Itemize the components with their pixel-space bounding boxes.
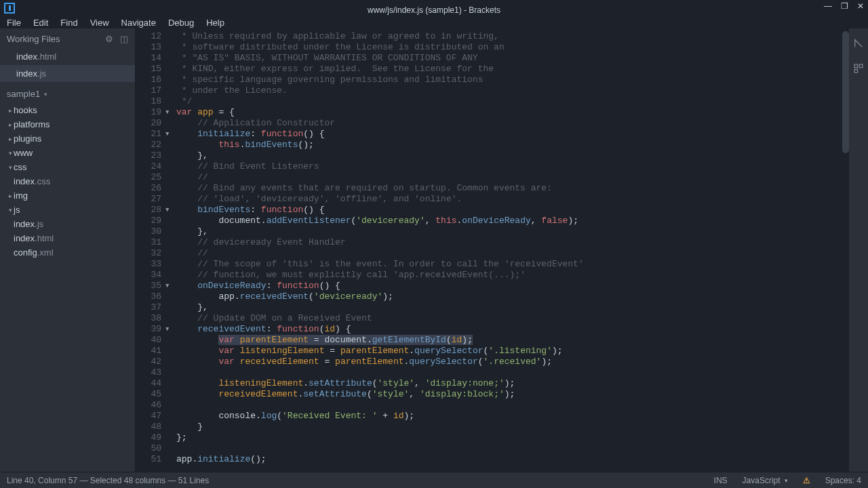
svg-rect-1 [859,64,863,68]
code-area[interactable]: * Unless required by applicable law or a… [176,28,868,472]
warning-icon[interactable]: ⚠ [803,476,810,485]
project-name: sample1 [7,89,40,99]
tree-item[interactable]: ▸platforms [0,117,135,131]
sidebar: Working Files ⚙ ◫ index.htmlindex.js sam… [0,28,136,472]
menu-edit[interactable]: Edit [28,15,54,30]
tree-item[interactable]: ▾css [0,160,135,174]
chevron-down-icon: ▾ [44,91,47,98]
working-files-list: index.htmlindex.js [0,48,135,82]
split-view-icon[interactable]: ◫ [120,34,128,44]
fold-column[interactable]: ▼▼▼▼▼ [165,28,176,472]
working-file[interactable]: index.html [0,48,135,65]
working-files-label: Working Files [7,34,60,44]
titlebar: www/js/index.js (sample1) - Brackets — ❐… [0,0,868,28]
svg-rect-0 [854,64,858,68]
window-title: www/js/index.js (sample1) - Brackets [368,5,500,15]
app-icon [4,3,15,14]
status-cursor[interactable]: Line 40, Column 57 — Selected 48 columns… [7,476,209,485]
tree-item[interactable]: index.html [0,231,135,245]
minimize-icon[interactable]: — [823,1,833,11]
svg-rect-2 [854,69,858,73]
tree-item[interactable]: ▾js [0,203,135,217]
status-language[interactable]: JavaScript ▾ [743,476,788,485]
project-header[interactable]: sample1 ▾ [0,82,135,103]
tree-item[interactable]: index.css [0,174,135,188]
chevron-down-icon: ▾ [785,477,788,484]
status-ins[interactable]: INS [714,476,728,485]
close-icon[interactable]: ✕ [856,1,865,11]
editor[interactable]: 1213141516171819202122232425262728293031… [136,28,868,472]
menu-find[interactable]: Find [55,15,83,30]
tree-item[interactable]: index.js [0,217,135,231]
status-spaces[interactable]: Spaces: 4 [825,476,861,485]
tree-item[interactable]: ▸hooks [0,103,135,117]
right-rail [849,28,868,472]
scrollbar-vertical[interactable] [842,31,849,153]
working-files-header: Working Files ⚙ ◫ [0,28,135,48]
extension-manager-icon[interactable] [853,63,864,77]
tree-item[interactable]: ▸plugins [0,131,135,146]
status-bar: Line 40, Column 57 — Selected 48 columns… [0,472,868,488]
menu-file[interactable]: File [1,15,26,30]
tree-item[interactable]: ▸img [0,188,135,203]
tree-item[interactable]: ▾www [0,146,135,160]
working-file[interactable]: index.js [0,65,135,82]
gutter: 1213141516171819202122232425262728293031… [136,28,165,472]
file-tree: ▸hooks▸platforms▸plugins▾www▾cssindex.cs… [0,103,135,260]
tree-item[interactable]: config.xml [0,245,135,260]
live-preview-icon[interactable] [853,38,864,52]
gear-icon[interactable]: ⚙ [105,34,113,44]
menu-view[interactable]: View [85,15,115,30]
maximize-icon[interactable]: ❐ [840,1,849,11]
